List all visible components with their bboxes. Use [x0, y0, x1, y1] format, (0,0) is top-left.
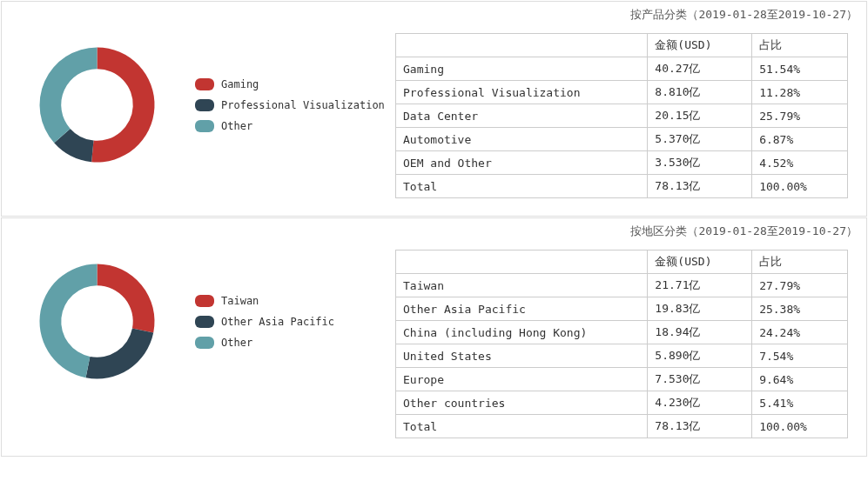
cell-pct: 4.52% [752, 151, 848, 175]
table-row: Europe7.530亿9.64% [396, 368, 848, 391]
cell-amount: 5.370亿 [648, 128, 752, 151]
table-row: Gaming40.27亿51.54% [396, 57, 848, 81]
legend-label: Taiwan [221, 295, 259, 307]
cell-name: Total [396, 415, 648, 438]
cell-name: Gaming [396, 57, 648, 81]
product-donut [25, 33, 169, 177]
th-amount: 金额(USD) [648, 251, 752, 274]
swatch-icon [195, 337, 214, 349]
table-row: United States5.890亿7.54% [396, 344, 848, 368]
table-row: Professional Visualization8.810亿11.28% [396, 81, 848, 104]
th-amount: 金额(USD) [648, 34, 752, 57]
legend-label: Professional Visualization [221, 99, 385, 111]
th-name [396, 34, 648, 57]
cell-pct: 51.54% [752, 57, 848, 81]
cell-amount: 4.230亿 [648, 391, 752, 415]
legend-item-taiwan[interactable]: Taiwan [195, 295, 334, 307]
legend-label: Other [221, 120, 252, 132]
product-table: 金额(USD) 占比 Gaming40.27亿51.54% Profession… [395, 33, 848, 198]
table-header-row: 金额(USD) 占比 [396, 34, 848, 57]
table-row: OEM and Other3.530亿4.52% [396, 151, 848, 175]
cell-name: Automotive [396, 128, 648, 151]
swatch-icon [195, 78, 214, 90]
cell-name: Professional Visualization [396, 81, 648, 104]
cell-name: Other countries [396, 391, 648, 415]
product-legend: Gaming Professional Visualization Other [195, 78, 385, 132]
legend-label: Gaming [221, 78, 259, 90]
cell-name: Data Center [396, 104, 648, 128]
cell-name: Other Asia Pacific [396, 297, 648, 321]
swatch-icon [195, 316, 214, 328]
th-pct: 占比 [752, 251, 848, 274]
legend-item-other[interactable]: Other [195, 120, 385, 132]
region-table: 金额(USD) 占比 Taiwan21.71亿27.79% Other Asia… [395, 250, 848, 438]
cell-amount: 78.13亿 [648, 415, 752, 438]
cell-amount: 21.71亿 [648, 274, 752, 297]
cell-pct: 27.79% [752, 274, 848, 297]
region-chart-area: Taiwan Other Asia Pacific Other [12, 250, 395, 393]
product-panel-body: Gaming Professional Visualization Other … [2, 26, 866, 216]
table-row: Data Center20.15亿25.79% [396, 104, 848, 128]
cell-amount: 7.530亿 [648, 368, 752, 391]
cell-pct: 7.54% [752, 344, 848, 368]
cell-name: Total [396, 175, 648, 198]
cell-amount: 8.810亿 [648, 81, 752, 104]
region-panel-title: 按地区分类（2019-01-28至2019-10-27） [2, 218, 866, 243]
product-panel-title: 按产品分类（2019-01-28至2019-10-27） [2, 2, 866, 26]
cell-pct: 5.41% [752, 391, 848, 415]
cell-amount: 3.530亿 [648, 151, 752, 175]
cell-pct: 25.79% [752, 104, 848, 128]
table-row: Total78.13亿100.00% [396, 175, 848, 198]
region-donut [25, 250, 169, 393]
cell-name: United States [396, 344, 648, 368]
table-row: Automotive5.370亿6.87% [396, 128, 848, 151]
table-row: Other Asia Pacific19.83亿25.38% [396, 297, 848, 321]
product-table-area: 金额(USD) 占比 Gaming40.27亿51.54% Profession… [395, 33, 856, 198]
legend-label: Other [221, 337, 252, 349]
cell-amount: 19.83亿 [648, 297, 752, 321]
cell-pct: 9.64% [752, 368, 848, 391]
cell-amount: 5.890亿 [648, 344, 752, 368]
legend-item-gaming[interactable]: Gaming [195, 78, 385, 90]
cell-pct: 100.00% [752, 415, 848, 438]
cell-amount: 78.13亿 [648, 175, 752, 198]
cell-pct: 6.87% [752, 128, 848, 151]
region-table-area: 金额(USD) 占比 Taiwan21.71亿27.79% Other Asia… [395, 250, 856, 438]
legend-item-other[interactable]: Other [195, 337, 334, 349]
cell-pct: 24.24% [752, 321, 848, 344]
swatch-icon [195, 295, 214, 307]
cell-amount: 40.27亿 [648, 57, 752, 81]
legend-item-oap[interactable]: Other Asia Pacific [195, 316, 334, 328]
product-chart-area: Gaming Professional Visualization Other [12, 33, 395, 177]
cell-name: Taiwan [396, 274, 648, 297]
cell-pct: 100.00% [752, 175, 848, 198]
th-name [396, 251, 648, 274]
th-pct: 占比 [752, 34, 848, 57]
table-row: China (including Hong Kong)18.94亿24.24% [396, 321, 848, 344]
region-legend: Taiwan Other Asia Pacific Other [195, 295, 334, 349]
cell-pct: 25.38% [752, 297, 848, 321]
product-panel: 按产品分类（2019-01-28至2019-10-27） Gaming [1, 1, 867, 217]
swatch-icon [195, 120, 214, 132]
cell-pct: 11.28% [752, 81, 848, 104]
region-panel: 按地区分类（2019-01-28至2019-10-27） Taiwan [1, 217, 867, 457]
region-panel-body: Taiwan Other Asia Pacific Other 金额(USD) … [2, 243, 866, 456]
cell-name: OEM and Other [396, 151, 648, 175]
legend-item-proviz[interactable]: Professional Visualization [195, 99, 385, 111]
table-row: Taiwan21.71亿27.79% [396, 274, 848, 297]
table-row: Other countries4.230亿5.41% [396, 391, 848, 415]
cell-name: Europe [396, 368, 648, 391]
table-header-row: 金额(USD) 占比 [396, 251, 848, 274]
swatch-icon [195, 99, 214, 111]
cell-amount: 18.94亿 [648, 321, 752, 344]
cell-name: China (including Hong Kong) [396, 321, 648, 344]
cell-amount: 20.15亿 [648, 104, 752, 128]
table-row: Total78.13亿100.00% [396, 415, 848, 438]
legend-label: Other Asia Pacific [221, 316, 334, 328]
